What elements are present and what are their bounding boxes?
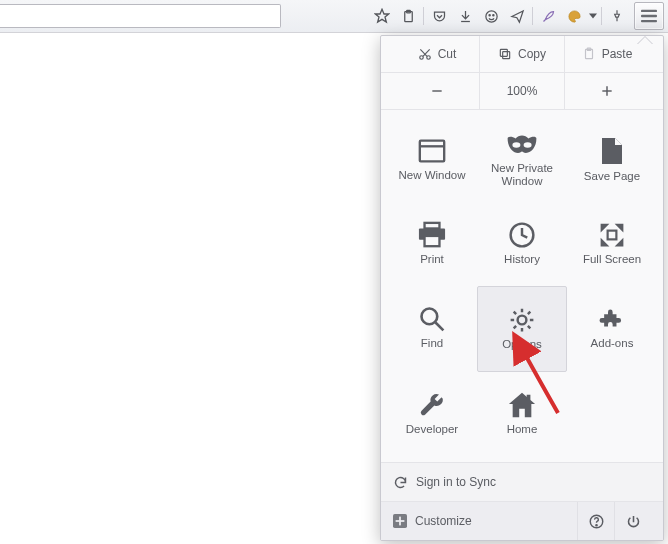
options-button[interactable]: Options — [477, 286, 567, 372]
svg-rect-8 — [641, 10, 657, 12]
svg-rect-13 — [503, 52, 510, 59]
gear-icon — [508, 306, 536, 334]
svg-marker-0 — [375, 9, 388, 22]
svg-point-23 — [524, 142, 532, 148]
svg-marker-36 — [509, 393, 535, 417]
svg-rect-9 — [641, 15, 657, 17]
scissors-icon — [418, 47, 432, 61]
toolbar-icons — [369, 2, 664, 30]
page-icon — [600, 136, 624, 166]
copy-button[interactable]: Copy — [479, 36, 564, 72]
pin-icon[interactable] — [604, 3, 630, 29]
home-button[interactable]: Home — [477, 372, 567, 456]
mask-icon — [506, 132, 538, 158]
hamburger-menu-panel: Cut Copy Paste 100% New Window New — [380, 35, 664, 541]
copy-label: Copy — [518, 47, 546, 61]
help-button[interactable] — [577, 502, 614, 540]
sync-icon — [393, 475, 408, 490]
paste-button: Paste — [564, 36, 649, 72]
new-window-button[interactable]: New Window — [387, 118, 477, 202]
cut-button[interactable]: Cut — [395, 47, 479, 61]
smiley-icon[interactable] — [478, 3, 504, 29]
customize-row: Customize — [381, 501, 663, 540]
zoom-in-button[interactable] — [564, 73, 649, 109]
empty-tile — [567, 372, 657, 456]
puzzle-icon — [598, 305, 626, 333]
svg-rect-37 — [527, 395, 531, 401]
find-button[interactable]: Find — [387, 286, 477, 370]
menu-grid: New Window New Private Window Save Page … — [381, 110, 663, 462]
quit-button[interactable] — [614, 502, 651, 540]
sync-button[interactable]: Sign in to Sync — [381, 462, 663, 501]
developer-button[interactable]: Developer — [387, 372, 477, 456]
search-icon — [418, 305, 446, 333]
print-button[interactable]: Print — [387, 202, 477, 286]
svg-point-22 — [512, 142, 520, 148]
url-input[interactable] — [0, 4, 281, 28]
svg-point-33 — [422, 309, 438, 325]
svg-point-6 — [492, 14, 493, 15]
plus-square-icon — [393, 514, 407, 528]
svg-rect-40 — [396, 520, 405, 522]
save-page-button[interactable]: Save Page — [567, 118, 657, 202]
page-content: Cut Copy Paste 100% New Window New — [0, 33, 668, 544]
svg-rect-24 — [425, 223, 440, 229]
dropdown-caret-icon[interactable] — [587, 3, 599, 29]
edit-row: Cut Copy Paste — [381, 36, 663, 73]
full-screen-button[interactable]: Full Screen — [567, 202, 657, 286]
zoom-level[interactable]: 100% — [479, 73, 564, 109]
zoom-row: 100% — [381, 73, 663, 110]
cut-label: Cut — [438, 47, 457, 61]
paste-icon — [582, 47, 596, 61]
customize-button[interactable]: Customize — [393, 514, 472, 528]
paste-label: Paste — [602, 47, 633, 61]
window-icon — [417, 137, 447, 165]
clock-icon — [508, 221, 536, 249]
svg-point-4 — [485, 10, 496, 21]
zoom-out-button[interactable] — [395, 84, 479, 98]
send-icon[interactable] — [504, 3, 530, 29]
bookmark-star-icon[interactable] — [369, 3, 395, 29]
svg-rect-14 — [500, 49, 507, 56]
svg-point-42 — [595, 524, 596, 525]
svg-rect-10 — [641, 20, 657, 22]
clipboard-icon[interactable] — [395, 3, 421, 29]
svg-line-34 — [436, 323, 444, 331]
menu-button[interactable] — [634, 2, 664, 30]
printer-icon — [417, 221, 447, 249]
new-private-window-button[interactable]: New Private Window — [477, 118, 567, 202]
copy-icon — [498, 47, 512, 61]
pocket-icon[interactable] — [426, 3, 452, 29]
addons-button[interactable]: Add-ons — [567, 286, 657, 370]
svg-rect-32 — [608, 231, 617, 240]
svg-point-11 — [419, 56, 423, 60]
wrench-icon — [418, 391, 446, 419]
svg-point-5 — [489, 14, 490, 15]
svg-rect-20 — [420, 141, 444, 162]
feather-icon[interactable] — [535, 3, 561, 29]
svg-rect-3 — [461, 20, 470, 21]
svg-point-12 — [426, 56, 430, 60]
svg-point-35 — [518, 316, 527, 325]
history-button[interactable]: History — [477, 202, 567, 286]
palette-icon[interactable] — [561, 3, 587, 29]
downloads-icon[interactable] — [452, 3, 478, 29]
svg-marker-7 — [589, 14, 597, 19]
browser-toolbar — [0, 0, 668, 33]
svg-rect-26 — [425, 236, 440, 246]
fullscreen-icon — [598, 221, 626, 249]
home-icon — [507, 391, 537, 419]
